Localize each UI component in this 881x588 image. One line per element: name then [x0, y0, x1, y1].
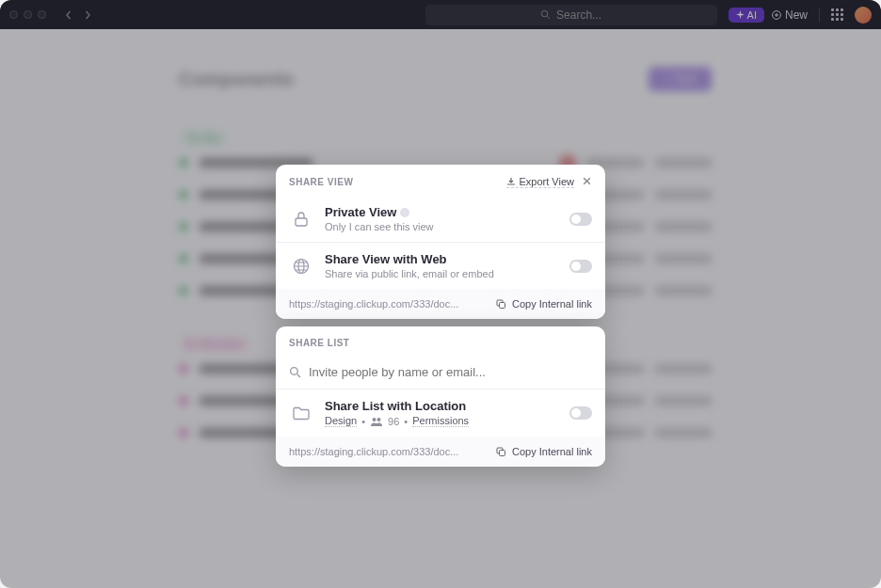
globe-icon	[289, 254, 313, 278]
share-list-modal: SHARE LIST Share List with Location Desi…	[276, 326, 605, 467]
share-list-header: SHARE LIST	[289, 338, 349, 348]
svg-rect-6	[500, 303, 505, 309]
close-icon[interactable]	[582, 176, 592, 188]
internal-url: https://staging.clickup.com/333/doc...	[289, 298, 486, 310]
share-web-toggle[interactable]	[569, 260, 592, 273]
svg-point-7	[291, 368, 298, 375]
lock-icon	[289, 207, 313, 231]
share-web-sub: Share via public link, email or embed	[325, 268, 558, 279]
folder-icon	[289, 401, 313, 425]
dot-separator: •	[404, 416, 408, 427]
share-view-modal: SHARE VIEW Export View Pr	[276, 165, 605, 319]
copy-link-label: Copy Internal link	[512, 298, 592, 310]
copy-internal-link-button[interactable]: Copy Internal link	[495, 446, 592, 457]
svg-rect-2	[296, 218, 307, 226]
member-count: 96	[388, 416, 399, 427]
private-view-toggle[interactable]	[569, 213, 592, 226]
share-view-header: SHARE VIEW	[289, 177, 353, 187]
share-location-row: Share List with Location Design • 96 • P…	[276, 389, 605, 437]
export-view-label: Export View	[520, 176, 575, 187]
copy-internal-link-button[interactable]: Copy Internal link	[495, 298, 592, 310]
invite-input[interactable]	[309, 365, 592, 379]
people-icon	[370, 417, 383, 426]
private-view-row: Private View Only I can see this view	[276, 196, 605, 242]
modal-overlay: SHARE VIEW Export View Pr	[0, 0, 881, 588]
share-location-toggle[interactable]	[569, 406, 592, 420]
dot-separator: •	[361, 416, 365, 427]
svg-rect-11	[500, 451, 505, 456]
internal-url: https://staging.clickup.com/333/doc...	[289, 446, 486, 457]
svg-point-9	[377, 418, 381, 421]
info-icon[interactable]	[400, 208, 409, 217]
private-view-title: Private View	[325, 205, 396, 219]
location-design-link[interactable]: Design	[325, 415, 357, 427]
export-view-link[interactable]: Export View	[506, 176, 575, 188]
copy-icon	[495, 446, 506, 457]
download-icon	[506, 177, 516, 186]
private-view-sub: Only I can see this view	[325, 221, 558, 232]
svg-point-8	[373, 418, 376, 421]
permissions-link[interactable]: Permissions	[412, 415, 469, 427]
share-web-title: Share View with Web	[325, 252, 558, 266]
share-web-row: Share View with Web Share via public lin…	[276, 242, 605, 289]
copy-icon	[495, 298, 506, 310]
copy-link-label: Copy Internal link	[512, 446, 592, 457]
search-icon	[289, 366, 301, 378]
share-location-title: Share List with Location	[325, 399, 558, 413]
